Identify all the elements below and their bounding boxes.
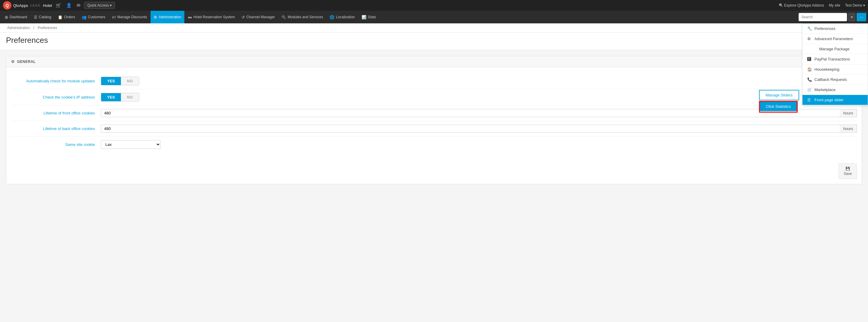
search-dropdown-button[interactable]: ▾ [848, 13, 856, 21]
nav-item-catalog[interactable]: ☰Catalog [31, 11, 54, 23]
hotel-reservation-nav-icon: 🛏 [188, 15, 192, 20]
modules-nav-label: Modules and Services [288, 15, 323, 19]
nav-item-customers[interactable]: 👥Customers [79, 11, 108, 23]
form-row-cookie-ip: Check the cookie's IP address YES NO [11, 89, 857, 106]
test-demo-link[interactable]: Test Demo ▾ [845, 3, 865, 7]
stats-nav-icon: 📊 [362, 15, 366, 20]
dropdown-item-advanced-parameters[interactable]: ⚙Advanced Parameters [802, 34, 868, 44]
input-front-cookies[interactable] [101, 109, 857, 117]
administration-nav-icon: ⚙ [154, 15, 157, 20]
front-page-slider-icon: ☰ [807, 98, 812, 102]
customers-nav-icon: 👥 [82, 15, 87, 20]
content: ⚙ GENERAL Automatically check for module… [0, 50, 868, 196]
suffix-front-cookies: hours [840, 109, 857, 117]
localization-nav-icon: 🌐 [330, 15, 334, 20]
toggle-no-auto-check[interactable]: NO [121, 77, 139, 85]
nav-item-modules[interactable]: 🔌Modules and Services [278, 11, 326, 23]
front-page-slider-label: Front page slider [814, 98, 844, 102]
save-button[interactable]: 💾 Save [839, 163, 857, 179]
top-bar-icons: 🛒 👤 ✉ [56, 3, 81, 8]
save-label: Save [844, 172, 852, 176]
control-front-cookies: hours [101, 109, 857, 117]
form-row-front-cookies: Lifetime of front office cookies hours [11, 106, 857, 121]
label-back-cookies: Lifetime of back office cookies [11, 126, 101, 131]
label-auto-check: Automatically check for module updates [11, 79, 101, 83]
customers-nav-label: Customers [88, 15, 105, 19]
nav-item-orders[interactable]: 📋Orders [55, 11, 78, 23]
breadcrumb-admin[interactable]: Administration [7, 26, 30, 30]
hotel-label: Hotel [43, 3, 52, 8]
input-suffix-back: hours [101, 125, 857, 133]
logo-icon: Q [3, 1, 11, 9]
form-row-auto-check: Automatically check for module updates Y… [11, 73, 857, 89]
toggle-cookie-ip: YES NO [101, 93, 139, 101]
callback-requests-icon: 📞 [807, 77, 812, 82]
form-row-same-site: Same site cookie Lax Strict None [11, 137, 857, 152]
nav-bar: ⊞Dashboard☰Catalog📋Orders👥Customers🏷Mana… [0, 11, 868, 23]
nav-item-localization[interactable]: 🌐Localization [327, 11, 358, 23]
label-same-site: Same site cookie [11, 142, 101, 147]
logo-version: 1.6.0.0 [30, 4, 40, 7]
nav-item-hotel-reservation[interactable]: 🛏Hotel Reservation System [185, 11, 238, 23]
select-same-site[interactable]: Lax Strict None [101, 140, 161, 149]
dropdown-item-paypal-transactions[interactable]: 🅿PayPal Transactions [802, 54, 868, 64]
nav-more-button[interactable]: ··· [857, 13, 866, 21]
dropdown-item-marketplace[interactable]: 🛒Marketplace [802, 85, 868, 95]
nav-item-administration[interactable]: ⚙Administration [151, 11, 184, 23]
modules-nav-icon: 🔌 [281, 15, 286, 20]
preferences-label: Preferences [814, 26, 835, 31]
nav-item-channel-manager[interactable]: ↺Channel Manager [239, 11, 278, 23]
logo: Q QloApps 1.6.0.0 Hotel [3, 1, 52, 9]
housekeeping-icon: 🏠 [807, 67, 812, 71]
search-input[interactable] [799, 13, 847, 21]
mail-icon[interactable]: ✉ [76, 3, 81, 8]
dropdown-item-callback-requests[interactable]: 📞Callback Requests [802, 75, 868, 85]
paypal-transactions-label: PayPal Transactions [814, 57, 850, 61]
dropdown-item-housekeeping[interactable]: 🏠Housekeeping [802, 64, 868, 75]
input-suffix-front: hours [101, 109, 857, 117]
marketplace-icon: 🛒 [807, 87, 812, 92]
page-title-bar: Preferences [0, 33, 868, 50]
dashboard-nav-icon: ⊞ [5, 15, 8, 20]
channel-manager-nav-label: Channel Manager [246, 15, 275, 19]
my-site-link[interactable]: My site [829, 3, 840, 7]
panel-body: Automatically check for module updates Y… [6, 67, 862, 158]
toggle-yes-cookie-ip[interactable]: YES [101, 93, 121, 101]
explore-addons-link[interactable]: 🔍 Explore QloApps Addons [779, 3, 824, 7]
toggle-yes-auto-check[interactable]: YES [101, 77, 121, 85]
click-statistics-item[interactable]: Click Statistics [760, 102, 797, 111]
quick-access-button[interactable]: Quick Access ▾ [84, 2, 115, 9]
localization-nav-label: Localization [336, 15, 355, 19]
breadcrumb-separator: / [33, 26, 35, 30]
cart-icon[interactable]: 🛒 [56, 3, 61, 8]
manage-sliders-item[interactable]: Manage Sliders [759, 90, 799, 100]
hotel-reservation-nav-label: Hotel Reservation System [193, 15, 235, 19]
dropdown-item-manage-package[interactable]: Manage Package [802, 44, 868, 54]
form-row-back-cookies: Lifetime of back office cookies hours [11, 121, 857, 137]
manage-discounts-nav-label: Manage Discounts [117, 15, 147, 19]
dropdown-menu: 🔧Preferences⚙Advanced ParametersManage P… [802, 23, 868, 106]
nav-items: ⊞Dashboard☰Catalog📋Orders👥Customers🏷Mana… [2, 11, 379, 23]
user-icon[interactable]: 👤 [66, 3, 72, 8]
dropdown-item-front-page-slider[interactable]: ☰Front page slider [802, 95, 868, 105]
nav-item-manage-discounts[interactable]: 🏷Manage Discounts [109, 11, 150, 23]
nav-item-dashboard[interactable]: ⊞Dashboard [2, 11, 30, 23]
toggle-auto-check: YES NO [101, 77, 139, 85]
popup-area: Manage Sliders Click Statistics [759, 90, 799, 113]
control-auto-check: YES NO [101, 77, 857, 85]
top-bar-right: 🔍 Explore QloApps Addons My site Test De… [779, 3, 865, 7]
toggle-no-cookie-ip[interactable]: NO [121, 93, 139, 101]
dropdown-item-preferences[interactable]: 🔧Preferences [802, 24, 868, 34]
panel-header: ⚙ GENERAL [6, 56, 862, 67]
control-same-site: Lax Strict None [101, 140, 857, 149]
nav-item-stats[interactable]: 📊Stats [359, 11, 379, 23]
logo-text: QloApps [13, 3, 28, 8]
label-front-cookies: Lifetime of front office cookies [11, 111, 101, 115]
search-box [799, 13, 847, 21]
stats-nav-label: Stats [368, 15, 376, 19]
control-back-cookies: hours [101, 125, 857, 133]
input-back-cookies[interactable] [101, 125, 857, 133]
label-cookie-ip: Check the cookie's IP address [11, 95, 101, 99]
preferences-icon: 🔧 [807, 26, 812, 31]
marketplace-label: Marketplace [814, 87, 836, 92]
